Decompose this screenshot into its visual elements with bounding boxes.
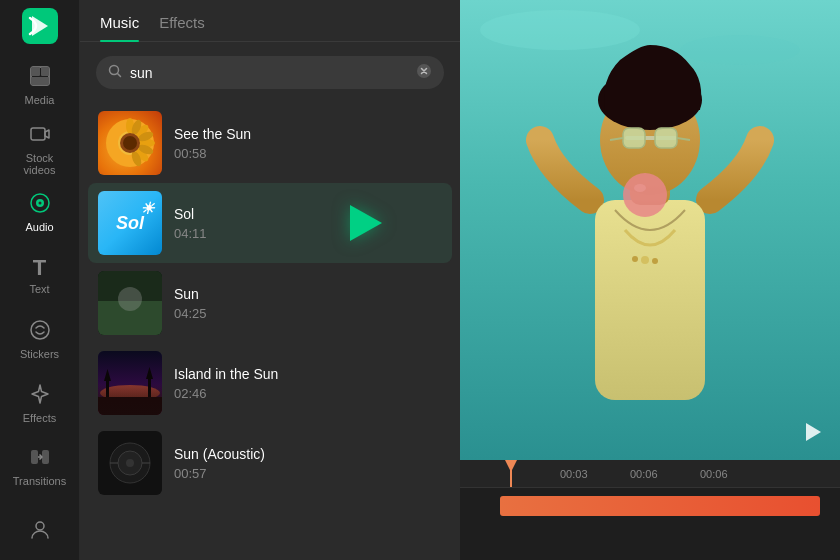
sidebar-item-stickers-label: Stickers <box>20 348 59 360</box>
music-item-sun-acoustic[interactable]: Sun (Acoustic) 00:57 <box>88 423 452 503</box>
music-item-sol[interactable]: Sol ☀ Sol 04:11 <box>88 183 452 263</box>
text-icon: T <box>33 257 46 279</box>
music-item-sun[interactable]: Sun 04:25 <box>88 263 452 343</box>
sidebar-item-text[interactable]: T Text <box>5 247 75 307</box>
sidebar-item-stock-videos[interactable]: Stockvideos <box>5 120 75 180</box>
svg-rect-4 <box>31 77 49 85</box>
music-info-island: Island in the Sun 02:46 <box>174 366 442 401</box>
stock-videos-icon <box>29 123 51 148</box>
svg-rect-2 <box>31 67 40 76</box>
svg-point-63 <box>641 256 649 264</box>
music-duration-island: 02:46 <box>174 386 442 401</box>
app-logo[interactable] <box>22 8 58 44</box>
music-info-sun-acoustic: Sun (Acoustic) 00:57 <box>174 446 442 481</box>
svg-rect-10 <box>31 450 38 464</box>
timeline-time-2: 00:06 <box>630 468 658 480</box>
svg-point-44 <box>126 459 134 467</box>
svg-point-62 <box>634 184 646 192</box>
svg-point-61 <box>623 173 667 217</box>
sidebar-item-stock-videos-label: Stockvideos <box>24 152 56 176</box>
timeline-clip-bar[interactable] <box>500 496 820 516</box>
tab-music[interactable]: Music <box>100 14 139 41</box>
svg-rect-36 <box>98 397 162 415</box>
svg-point-9 <box>31 321 49 339</box>
svg-rect-11 <box>42 450 49 464</box>
search-icon <box>108 64 122 81</box>
sidebar-item-media[interactable]: Media <box>5 56 75 116</box>
tab-bar: Music Effects <box>80 0 460 42</box>
music-thumb-sol: Sol ☀ <box>98 191 162 255</box>
svg-marker-66 <box>806 423 821 441</box>
transitions-icon <box>29 446 51 471</box>
music-title-sol: Sol <box>174 206 442 222</box>
svg-rect-55 <box>623 128 645 148</box>
svg-point-49 <box>680 35 800 65</box>
video-preview-area <box>460 0 840 460</box>
svg-point-48 <box>480 10 640 50</box>
svg-rect-27 <box>98 271 162 335</box>
music-title-see-the-sun: See the Sun <box>174 126 442 142</box>
timeline-playhead[interactable] <box>510 460 512 487</box>
svg-marker-32 <box>140 291 152 307</box>
media-icon <box>29 65 51 90</box>
music-thumb-sun <box>98 271 162 335</box>
music-info-sun: Sun 04:25 <box>174 286 442 321</box>
music-info-see-the-sun: See the Sun 00:58 <box>174 126 442 161</box>
sidebar-item-effects[interactable]: Effects <box>5 374 75 434</box>
music-panel: Music Effects <box>80 0 460 560</box>
music-list: See the Sun 00:58 Sol ☀ Sol 04:11 <box>80 103 460 560</box>
svg-rect-28 <box>98 307 162 335</box>
svg-rect-3 <box>41 67 49 76</box>
music-duration-sol: 04:11 <box>174 226 442 241</box>
sidebar-item-text-label: Text <box>29 283 49 295</box>
svg-rect-5 <box>31 128 45 140</box>
svg-point-64 <box>652 258 658 264</box>
music-title-island: Island in the Sun <box>174 366 442 382</box>
music-duration-see-the-sun: 00:58 <box>174 146 442 161</box>
svg-point-26 <box>123 136 137 150</box>
svg-point-8 <box>38 202 41 205</box>
sidebar: Media Stockvideos Audio T Text <box>0 0 80 560</box>
sidebar-item-user[interactable] <box>5 501 75 561</box>
music-title-sun-acoustic: Sun (Acoustic) <box>174 446 442 462</box>
user-icon <box>29 518 51 543</box>
video-play-button[interactable] <box>798 418 826 446</box>
music-item-see-the-sun[interactable]: See the Sun 00:58 <box>88 103 452 183</box>
music-thumb-sun-acoustic <box>98 431 162 495</box>
sidebar-item-effects-label: Effects <box>23 412 56 424</box>
music-title-sun: Sun <box>174 286 442 302</box>
svg-point-65 <box>632 256 638 262</box>
search-clear-icon[interactable] <box>416 63 432 82</box>
stickers-icon <box>29 319 51 344</box>
music-thumb-island <box>98 351 162 415</box>
timeline-ruler: 00:03 00:06 00:06 <box>460 460 840 488</box>
music-duration-sun: 04:25 <box>174 306 442 321</box>
tab-effects[interactable]: Effects <box>159 14 205 41</box>
svg-marker-29 <box>108 291 118 307</box>
search-input[interactable] <box>130 65 408 81</box>
svg-point-12 <box>36 522 44 530</box>
music-info-sol: Sol 04:11 <box>174 206 442 241</box>
video-preview <box>460 0 840 460</box>
timeline-track <box>460 488 840 560</box>
svg-marker-30 <box>118 289 130 307</box>
music-thumb-see-the-sun <box>98 111 162 175</box>
timeline-time-1: 00:03 <box>560 468 588 480</box>
sidebar-item-audio[interactable]: Audio <box>5 183 75 243</box>
search-bar[interactable] <box>96 56 444 89</box>
music-duration-sun-acoustic: 00:57 <box>174 466 442 481</box>
svg-point-35 <box>100 385 160 401</box>
sidebar-item-audio-label: Audio <box>25 221 53 233</box>
sidebar-item-transitions[interactable]: Transitions <box>5 437 75 497</box>
audio-icon <box>29 192 51 217</box>
music-item-island[interactable]: Island in the Sun 02:46 <box>88 343 452 423</box>
timeline-area: 00:03 00:06 00:06 <box>460 460 840 560</box>
svg-marker-31 <box>128 293 140 307</box>
sidebar-item-media-label: Media <box>25 94 55 106</box>
effects-icon <box>29 383 51 408</box>
play-button-sol[interactable] <box>350 205 382 241</box>
svg-rect-39 <box>148 379 151 397</box>
sidebar-item-transitions-label: Transitions <box>13 475 66 487</box>
video-bg-svg <box>460 0 840 460</box>
sidebar-item-stickers[interactable]: Stickers <box>5 310 75 370</box>
